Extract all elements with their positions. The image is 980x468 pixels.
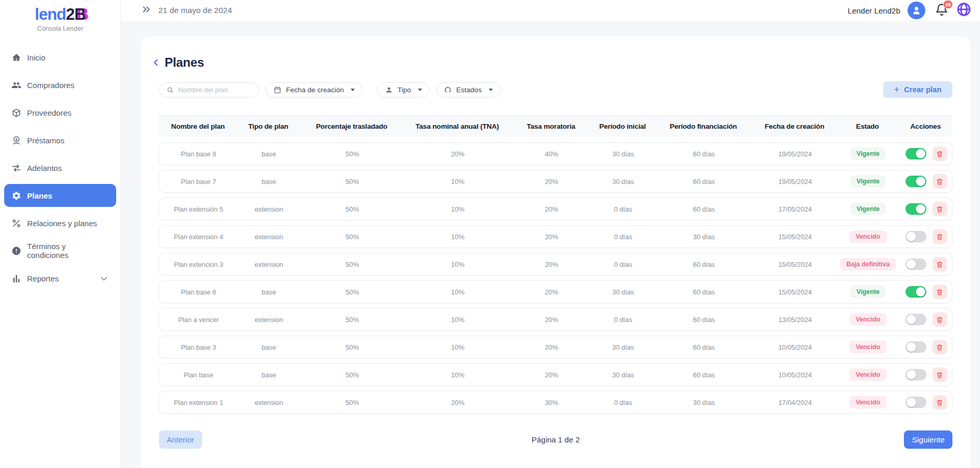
- cell-plan-name: Plan a vencer: [159, 316, 238, 324]
- sidebar-item-terminos[interactable]: Términos y condiciones: [4, 239, 116, 262]
- delete-plan-button[interactable]: [933, 285, 947, 299]
- sidebar-item-label: Relaciones y planes: [27, 219, 97, 228]
- sidebar-item-planes[interactable]: Planes: [4, 184, 116, 207]
- plan-search-field[interactable]: [159, 82, 259, 97]
- column-header: Tipo de plan: [237, 122, 300, 130]
- table-row: Plan extensión 5 extension 50% 10% 20% 0…: [159, 198, 952, 220]
- sidebar-item-proveedores[interactable]: Proveedores: [4, 101, 116, 124]
- gear-icon: [11, 191, 21, 201]
- toggle-knob: [907, 342, 916, 352]
- table-row: Plan base 6 base 50% 10% 20% 30 días 60 …: [159, 280, 952, 303]
- cell-tna: 20%: [404, 399, 511, 407]
- cell-transferred-pct: 50%: [300, 233, 404, 241]
- cell-plan-type: base: [238, 288, 300, 296]
- active-toggle[interactable]: [905, 397, 926, 408]
- cell-tna: 10%: [404, 288, 511, 296]
- delete-plan-button[interactable]: [933, 367, 947, 382]
- delete-plan-button[interactable]: [933, 395, 947, 410]
- create-plan-button[interactable]: + Crear plan: [883, 81, 952, 98]
- sidebar-item-relaciones[interactable]: Relaciones y planes: [4, 212, 116, 235]
- date-filter-dropdown[interactable]: Fecha de creación: [266, 82, 363, 97]
- cell-plan-type: extension: [238, 261, 300, 268]
- sidebar-item-inicio[interactable]: Inicio: [4, 46, 116, 69]
- cell-tna: 10%: [404, 316, 511, 324]
- active-toggle[interactable]: [905, 369, 926, 380]
- states-filter-dropdown[interactable]: Estados: [436, 82, 501, 97]
- toggle-knob: [916, 177, 925, 186]
- cell-plan-type: base: [238, 343, 300, 351]
- cell-initial-period: 30 días: [592, 178, 654, 186]
- notifications-button[interactable]: 26: [935, 3, 949, 19]
- toggle-knob: [907, 398, 916, 407]
- cell-financing-period: 60 días: [654, 261, 753, 268]
- filters-row: Fecha de creación Tipo Estados + Crear p…: [159, 81, 952, 98]
- type-filter-dropdown[interactable]: Tipo: [377, 82, 430, 97]
- sidebar-item-label: Inicio: [27, 53, 45, 62]
- active-toggle[interactable]: [905, 148, 926, 159]
- delete-plan-button[interactable]: [933, 146, 947, 161]
- table-row: Plan a vencer extension 50% 10% 20% 0 dí…: [159, 308, 952, 331]
- sidebar-item-label: Adelantos: [27, 164, 62, 173]
- delete-plan-button[interactable]: [933, 229, 947, 244]
- active-toggle[interactable]: [905, 258, 926, 270]
- status-badge: Vigente: [850, 147, 886, 160]
- status-badge: Vencido: [849, 230, 886, 243]
- delete-plan-button[interactable]: [933, 174, 947, 189]
- cell-plan-type: base: [238, 178, 300, 186]
- cell-plan-name: Plan base 6: [159, 288, 238, 296]
- cell-late-rate: 20%: [511, 316, 592, 324]
- cell-actions: [899, 340, 953, 354]
- active-toggle[interactable]: [905, 203, 926, 215]
- toggle-knob: [907, 370, 916, 379]
- sidebar-item-prestamos[interactable]: $ Préstamos: [4, 129, 116, 152]
- swap-arrows-icon: [11, 163, 21, 173]
- back-chevron-icon[interactable]: [151, 57, 161, 68]
- sidebar-collapse-button[interactable]: [141, 4, 152, 17]
- cell-transferred-pct: 50%: [300, 150, 404, 158]
- cell-financing-period: 60 días: [654, 316, 753, 324]
- table-row: Plan extension 4 extension 50% 10% 20% 0…: [159, 225, 952, 248]
- create-plan-label: Crear plan: [904, 85, 941, 94]
- previous-page-button[interactable]: Anterior: [159, 430, 202, 449]
- active-toggle[interactable]: [905, 176, 926, 187]
- active-toggle[interactable]: [905, 286, 926, 298]
- column-header: Acciones: [899, 122, 952, 130]
- chevron-down-icon: [99, 274, 109, 284]
- cell-created-date: 15/05/2024: [753, 288, 837, 296]
- search-icon: [167, 86, 173, 94]
- search-input[interactable]: [178, 86, 252, 94]
- states-filter-label: Estados: [456, 86, 482, 94]
- active-toggle[interactable]: [905, 341, 926, 353]
- trash-icon: [936, 343, 944, 351]
- sidebar-item-label: Proveedores: [27, 108, 71, 117]
- status-badge: Vencido: [849, 341, 886, 353]
- delete-plan-button[interactable]: [933, 257, 947, 272]
- trash-icon: [936, 371, 944, 379]
- cell-financing-period: 30 días: [654, 233, 753, 241]
- type-filter-label: Tipo: [398, 86, 411, 94]
- sidebar-item-adelantos[interactable]: Adelantos: [4, 156, 116, 179]
- toggle-knob: [907, 315, 916, 324]
- cell-late-rate: 30%: [511, 399, 592, 407]
- active-toggle[interactable]: [905, 231, 926, 242]
- language-button[interactable]: [956, 2, 972, 19]
- delete-plan-button[interactable]: [933, 340, 947, 354]
- active-toggle[interactable]: [905, 314, 926, 325]
- user-avatar[interactable]: [908, 2, 925, 19]
- sidebar-item-compradores[interactable]: Compradores: [4, 73, 116, 96]
- table-body: Plan base 8 base 50% 20% 40% 30 días 60 …: [159, 142, 952, 414]
- cell-financing-period: 60 días: [654, 288, 753, 296]
- page-indicator: Página 1 de 2: [531, 435, 580, 444]
- sidebar-item-reportes[interactable]: Reportes: [4, 267, 116, 290]
- delete-plan-button[interactable]: [933, 202, 947, 216]
- cell-tna: 20%: [404, 150, 511, 158]
- delete-plan-button[interactable]: [933, 312, 947, 327]
- trash-icon: [936, 233, 944, 241]
- toggle-knob: [916, 287, 925, 297]
- main-content: Planes Fecha de creación Tipo Estados + …: [141, 36, 971, 468]
- cell-transferred-pct: 50%: [300, 371, 404, 379]
- cell-late-rate: 20%: [511, 261, 592, 268]
- top-header: 21 de mayo de 2024 Lender Lend2b 26: [121, 0, 980, 21]
- next-page-button[interactable]: Siguiente: [904, 430, 952, 449]
- cell-financing-period: 60 días: [654, 178, 753, 186]
